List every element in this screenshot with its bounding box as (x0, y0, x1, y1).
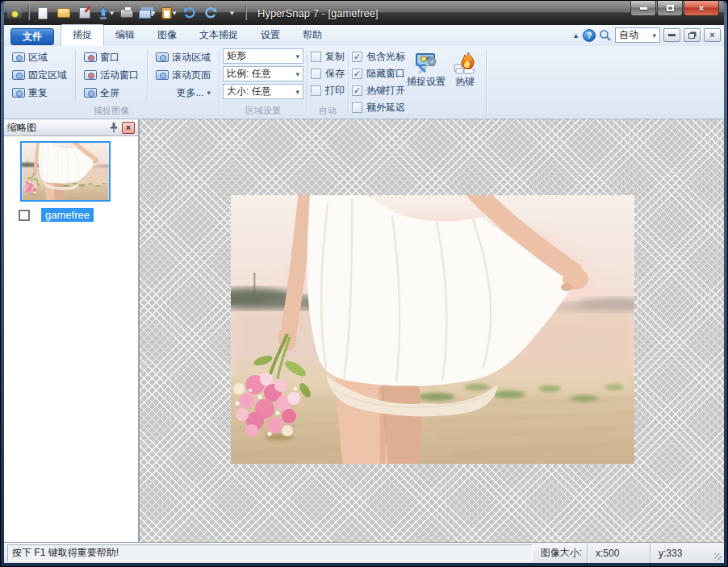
capture-settings-icon (413, 52, 439, 74)
paste-caret-icon: ▾ (173, 9, 177, 17)
checkbox-label: 包含光标 (366, 50, 405, 64)
thumbnail-checkbox[interactable] (19, 210, 30, 221)
new-file-button[interactable] (34, 5, 52, 21)
save-button[interactable] (76, 5, 94, 21)
capture-repeat-button[interactable]: 重复 (7, 84, 72, 102)
button-label: 重复 (28, 86, 48, 100)
checkbox-icon (352, 102, 362, 113)
ratio-caret-icon: ▾ (295, 70, 299, 78)
capture-active-window-button[interactable]: 活动窗口 (79, 66, 144, 84)
checkbox-label: 额外延迟 (366, 101, 405, 115)
tab-settings[interactable]: 设置 (249, 25, 291, 46)
hotkey-open-checkbox[interactable]: ✓热键打开 (352, 82, 405, 99)
help-button[interactable]: ? (583, 29, 596, 42)
tab-help[interactable]: 帮助 (291, 25, 333, 46)
capture-settings-button[interactable]: 捕捉设置 (405, 48, 447, 118)
checkbox-label: 隐藏窗口 (366, 67, 405, 81)
include-cursor-checkbox[interactable]: ✓包含光标 (352, 48, 405, 65)
tab-text-capture[interactable]: 文本捕捉 (188, 25, 249, 46)
hypersnap-logo-icon[interactable] (6, 5, 23, 21)
search-icon[interactable] (599, 29, 612, 42)
toolbar-separator (245, 6, 246, 20)
redo-button[interactable] (202, 5, 220, 21)
mdi-minimize-button[interactable] (663, 28, 680, 42)
group-divider (486, 50, 487, 115)
window-copy-button[interactable]: ▾ (139, 5, 157, 21)
zoom-select[interactable]: 自动 ▾ (615, 27, 660, 43)
button-label: 滚动区域 (172, 51, 211, 65)
camera-logo-icon (7, 8, 22, 19)
capture-scroll-page-button[interactable]: 滚动页面 (151, 66, 215, 84)
hotkey-label: 热键 (455, 77, 475, 88)
camera-fullscreen-icon (84, 88, 97, 98)
camera-region-icon (12, 52, 25, 62)
capture-fixed-region-button[interactable]: 固定区域 (7, 66, 72, 84)
thumbnail-item[interactable] (20, 141, 111, 202)
capture-window-button[interactable]: 窗口 (79, 48, 144, 66)
button-label: 全屏 (100, 86, 119, 100)
hotkey-button[interactable]: 热键 (447, 48, 483, 118)
tab-image[interactable]: 图像 (146, 25, 188, 46)
group-divider (219, 50, 220, 115)
camera-active-window-icon (84, 70, 97, 80)
pin-icon[interactable] (109, 122, 119, 133)
button-label: 区域 (28, 51, 48, 65)
checkbox-icon (311, 69, 321, 79)
undo-button[interactable] (181, 5, 199, 21)
open-button[interactable] (55, 5, 73, 21)
thumbnail-image (22, 143, 109, 200)
image-canvas[interactable] (140, 119, 724, 542)
print-button[interactable] (118, 5, 136, 21)
auto-group-label: 自动 (311, 105, 345, 118)
group-divider (348, 50, 349, 115)
capture-more-button[interactable]: 更多...▾ (151, 84, 215, 102)
camera-window-icon (84, 52, 97, 62)
size-select[interactable]: 大小: 任意▾ (223, 84, 303, 99)
resize-grip[interactable] (713, 543, 724, 563)
minimize-button[interactable] (630, 1, 656, 16)
panel-close-button[interactable]: × (122, 122, 135, 134)
checkbox-label: 热键打开 (366, 84, 405, 98)
auto-print-checkbox[interactable]: 打印 (311, 82, 345, 99)
ratio-select[interactable]: 比例: 任意▾ (223, 66, 303, 81)
printer-icon (120, 9, 133, 18)
capture-scroll-region-button[interactable]: 滚动区域 (151, 48, 215, 66)
tab-capture[interactable]: 捕捉 (61, 24, 104, 46)
group-divider (75, 50, 76, 102)
extra-delay-checkbox[interactable]: 额外延迟 (352, 99, 405, 116)
hide-window-checkbox[interactable]: ✓隐藏窗口 (352, 65, 405, 82)
maximize-button[interactable] (657, 1, 683, 16)
upload-button[interactable]: ▾ (97, 5, 115, 21)
button-label: 滚动页面 (172, 69, 211, 82)
window-title: HyperSnap 7 - [gamefree] (257, 7, 379, 19)
auto-save-checkbox[interactable]: 保存 (311, 65, 345, 82)
size-value: 大小: 任意 (227, 85, 271, 98)
mdi-close-button[interactable]: × (704, 28, 721, 42)
paste-button[interactable]: ▾ (160, 5, 178, 21)
button-label: 活动窗口 (100, 69, 139, 82)
tab-edit[interactable]: 编辑 (104, 25, 146, 46)
new-page-icon (38, 7, 48, 19)
auto-copy-checkbox[interactable]: 复制 (311, 48, 345, 65)
maximize-icon (667, 5, 674, 11)
more-caret-icon: ▾ (207, 89, 211, 97)
button-label: 窗口 (100, 51, 119, 65)
group-divider (147, 50, 148, 102)
close-button[interactable]: × (684, 1, 719, 16)
checkbox-checked-icon: ✓ (352, 52, 362, 62)
capture-fullscreen-button[interactable]: 全屏 (79, 84, 144, 102)
collapse-ribbon-button[interactable]: ▴ (572, 31, 579, 40)
camera-fixed-icon (12, 70, 25, 80)
region-group-label: 区域设置 (223, 105, 303, 118)
mdi-restore-button[interactable] (684, 28, 701, 42)
checkbox-checked-icon: ✓ (352, 85, 362, 96)
toolbar-overflow-icon: ▾ (230, 9, 234, 17)
shape-value: 矩形 (227, 49, 246, 63)
file-menu-button[interactable]: 文件 (10, 28, 54, 45)
title-bar: ▾ ▾ ▾ ▾ HyperSnap 7 - [gamefree] × (4, 1, 724, 25)
group-divider (307, 50, 308, 115)
toolbar-options-button[interactable]: ▾ (223, 5, 241, 21)
shape-select[interactable]: 矩形▾ (223, 48, 303, 64)
capture-region-button[interactable]: 区域 (7, 48, 72, 66)
thumbnail-name[interactable]: gamefree (41, 208, 94, 222)
